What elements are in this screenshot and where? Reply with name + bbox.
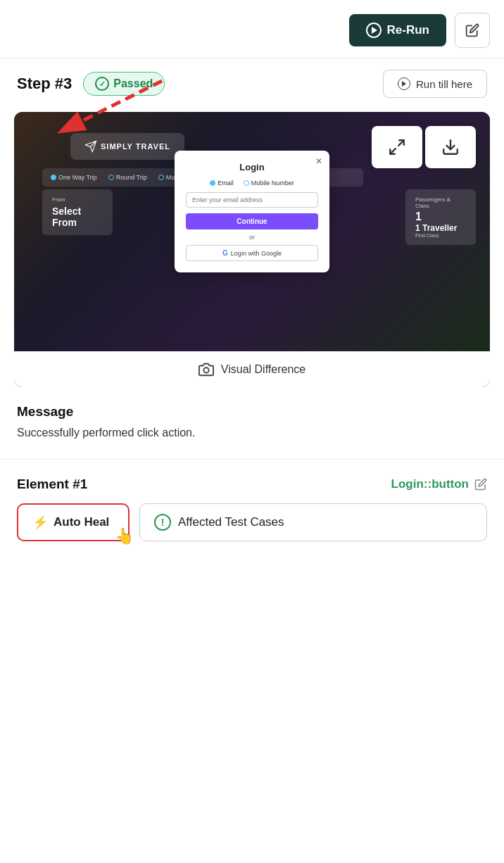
check-circle-icon: ✓ xyxy=(95,77,109,91)
affected-test-cases-button[interactable]: ! Affected Test Cases xyxy=(139,503,487,541)
passengers-card: Passengers & Class 1 1 Traveller First-C… xyxy=(405,189,476,245)
element-title: Element #1 xyxy=(17,477,87,492)
element-edit-icon[interactable] xyxy=(474,478,487,491)
login-dialog: ✕ Login Email Mobile Number xyxy=(175,151,329,272)
passengers-value: 1 xyxy=(415,210,466,223)
google-login-button[interactable]: G Login with Google xyxy=(186,245,318,261)
step-label: Step #3 xyxy=(17,75,72,93)
one-way-option: One Way Trip xyxy=(51,174,97,181)
header: Re-Run xyxy=(0,0,504,58)
from-label: From xyxy=(52,196,103,203)
auto-heal-label: Auto Heal xyxy=(53,515,109,529)
screenshot-inner: SIMPLY TRAVEL One Way Trip Round Trip xyxy=(14,112,490,387)
screenshot-bg: SIMPLY TRAVEL One Way Trip Round Trip xyxy=(14,112,490,351)
continue-label: Continue xyxy=(237,218,267,225)
email-option-label: Email xyxy=(218,179,234,187)
radio-round-trip xyxy=(108,175,114,180)
class-label: First-Class xyxy=(415,233,466,238)
auto-heal-button[interactable]: ⚡ Auto Heal 👆 xyxy=(17,503,130,541)
play-triangle-icon xyxy=(372,27,377,34)
mobile-radio[interactable]: Mobile Number xyxy=(244,179,294,187)
one-way-label: One Way Trip xyxy=(58,174,97,181)
edit-button[interactable] xyxy=(455,13,490,48)
divider xyxy=(0,459,504,460)
run-till-label: Run till here xyxy=(416,78,472,90)
email-input[interactable] xyxy=(186,192,318,208)
screenshot-container: SIMPLY TRAVEL One Way Trip Round Trip xyxy=(14,112,490,387)
affected-label: Affected Test Cases xyxy=(178,515,284,529)
screenshot-toolbar xyxy=(372,126,476,168)
google-login-label: Login with Google xyxy=(231,250,282,257)
download-button[interactable] xyxy=(425,126,476,168)
bolt-icon: ⚡ xyxy=(32,515,48,530)
from-card: From Select From xyxy=(42,189,113,235)
dialog-close-icon[interactable]: ✕ xyxy=(315,156,322,166)
radio-multi-city xyxy=(158,175,164,180)
run-till-button[interactable]: Run till here xyxy=(383,70,487,98)
google-g-icon: G xyxy=(222,249,228,257)
action-buttons-row: ⚡ Auto Heal 👆 ! Affected Test Cases xyxy=(17,503,487,541)
or-label: or xyxy=(186,234,318,241)
pencil-icon xyxy=(465,23,479,37)
element-header: Element #1 Login::button xyxy=(17,477,487,492)
play-icon xyxy=(366,23,382,38)
camera-icon xyxy=(199,362,214,377)
dialog-radios: Email Mobile Number xyxy=(186,179,318,187)
rerun-label: Re-Run xyxy=(387,23,429,37)
play-tri-sm-icon xyxy=(402,81,406,87)
expand-icon xyxy=(388,138,406,156)
mobile-option-label: Mobile Number xyxy=(251,179,294,187)
app-logo-card: SIMPLY TRAVEL xyxy=(70,133,184,160)
email-radio-dot xyxy=(210,180,215,186)
from-value: Select From xyxy=(52,206,103,228)
passed-badge: ✓ Passed xyxy=(83,72,165,96)
download-icon xyxy=(441,138,460,156)
message-section: Message Successfully performed click act… xyxy=(17,404,487,439)
visual-difference-bar[interactable]: Visual Difference xyxy=(14,351,490,387)
expand-button[interactable] xyxy=(372,126,422,168)
round-trip-option: Round Trip xyxy=(108,174,147,181)
element-section: Element #1 Login::button ⚡ Auto Heal 👆 !… xyxy=(0,477,504,541)
email-radio[interactable]: Email xyxy=(210,179,234,187)
app-name: SIMPLY TRAVEL xyxy=(101,142,170,151)
svg-point-5 xyxy=(203,367,208,372)
rerun-button[interactable]: Re-Run xyxy=(349,14,446,46)
content-area: Message Successfully performed click act… xyxy=(0,387,504,439)
continue-button[interactable]: Continue xyxy=(186,213,318,229)
element-badge: Login::button xyxy=(391,477,469,491)
play-icon-sm xyxy=(398,77,410,90)
affected-icon: ! xyxy=(154,514,171,531)
round-trip-label: Round Trip xyxy=(116,174,147,181)
element-badge-area: Login::button xyxy=(391,477,487,491)
radio-one-way xyxy=(51,175,56,180)
mobile-radio-dot xyxy=(244,180,249,186)
message-title: Message xyxy=(17,404,487,420)
message-text: Successfully performed click action. xyxy=(17,427,487,439)
passengers-label: Passengers & Class xyxy=(415,196,466,209)
traveller-label: 1 Traveller xyxy=(415,223,466,233)
cursor-icon: 👆 xyxy=(115,527,134,546)
passed-label: Passed xyxy=(113,77,153,90)
dialog-title: Login xyxy=(186,162,318,172)
step-area: Step #3 ✓ Passed Run till here xyxy=(0,58,504,103)
visual-difference-label: Visual Difference xyxy=(221,363,305,376)
